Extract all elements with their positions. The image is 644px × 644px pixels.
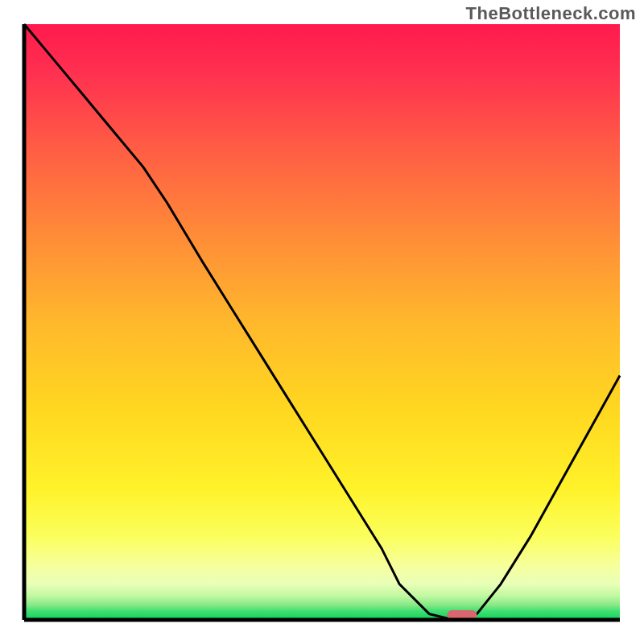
chart-svg <box>0 0 644 644</box>
watermark-text: TheBottleneck.com <box>466 3 636 24</box>
plot-background <box>24 24 620 620</box>
bottleneck-chart: TheBottleneck.com <box>0 0 644 644</box>
